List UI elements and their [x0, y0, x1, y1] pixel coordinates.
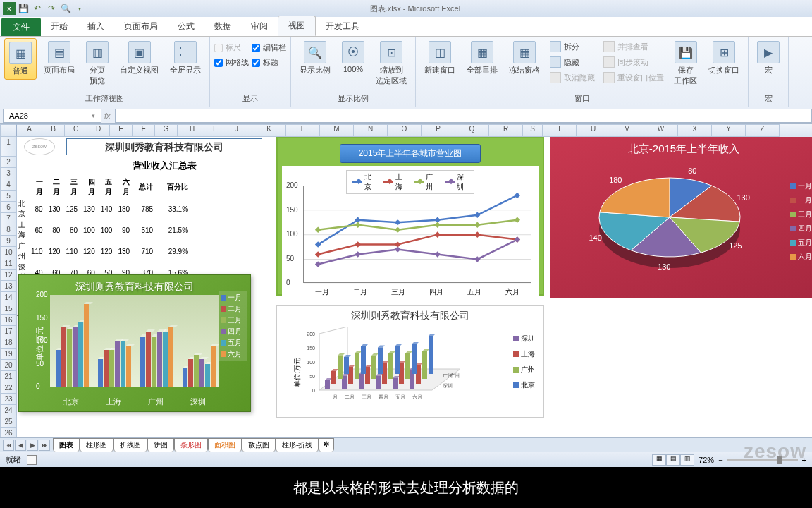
sheet-nav-first[interactable]: ⏮	[3, 440, 14, 451]
normal-view-button[interactable]: ▦普通	[4, 38, 37, 80]
sheet-tab[interactable]: 图表	[53, 438, 80, 452]
col-header[interactable]: N	[354, 124, 388, 137]
row-header[interactable]: 3	[0, 168, 17, 179]
name-box[interactable]: AA28▾	[3, 109, 102, 123]
new-window-button[interactable]: ◫新建窗口	[420, 38, 460, 78]
tab-view[interactable]: 视图	[278, 16, 316, 36]
col-header[interactable]: T	[543, 124, 577, 137]
switch-windows-button[interactable]: ⊞切换窗口	[704, 38, 744, 78]
col-header[interactable]: S	[523, 124, 543, 137]
custom-views-button[interactable]: ▣自定义视图	[116, 38, 163, 78]
col-header[interactable]: W	[644, 124, 678, 137]
printpreview-icon[interactable]: 🔍	[59, 2, 72, 15]
tab-file[interactable]: 文件	[1, 18, 41, 36]
zoom-selection-button[interactable]: ⊡缩放到 选定区域	[371, 38, 411, 89]
gridlines-checkbox[interactable]: 网格线	[214, 57, 249, 68]
row-header[interactable]: 22	[0, 382, 17, 394]
col-header[interactable]: V	[610, 124, 644, 137]
row-header[interactable]: 17	[0, 326, 17, 337]
tab-home[interactable]: 开始	[41, 17, 78, 36]
tab-developer[interactable]: 开发工具	[316, 17, 369, 36]
row-header[interactable]: 20	[0, 360, 17, 371]
save-icon[interactable]: 💾	[17, 2, 30, 15]
chart-pie3d-beijing[interactable]: 北京-2015年上半年收入 一月二月三月四月五月六月 8013012513014…	[550, 137, 812, 298]
col-header[interactable]: B	[42, 124, 65, 137]
chart-line-cities[interactable]: 2015年上半年各城市营业图 北京上海广州深圳 一月二月三月四月五月六月 050…	[276, 137, 544, 296]
row-header[interactable]: 10	[0, 247, 17, 258]
row-header[interactable]: 15	[0, 303, 17, 315]
row-header[interactable]: 26	[0, 428, 17, 437]
sheet-nav-last[interactable]: ⏭	[39, 440, 50, 451]
tab-formulas[interactable]: 公式	[168, 17, 204, 36]
insert-sheet-button[interactable]: ✻	[319, 438, 334, 452]
row-header[interactable]: 21	[0, 371, 17, 382]
col-header[interactable]: U	[577, 124, 610, 137]
page-layout-button[interactable]: ▤页面布局	[39, 38, 79, 78]
col-header[interactable]: A	[17, 124, 42, 137]
row-header[interactable]: 7	[0, 213, 17, 224]
view-normal-icon[interactable]: ▦	[652, 454, 666, 466]
row-header[interactable]: 25	[0, 416, 17, 428]
col-header[interactable]: D	[87, 124, 110, 137]
fx-icon[interactable]: fx	[104, 111, 111, 120]
col-header[interactable]: Q	[455, 124, 489, 137]
arrange-all-button[interactable]: ▦全部重排	[462, 38, 502, 78]
row-header[interactable]: 8	[0, 224, 17, 236]
freeze-panes-button[interactable]: ▦冻结窗格	[505, 38, 544, 78]
col-header[interactable]: O	[388, 124, 422, 137]
zoom-button[interactable]: 🔍显示比例	[295, 38, 335, 78]
col-header[interactable]: I	[207, 124, 221, 137]
sheet-nav-next[interactable]: ▶	[27, 440, 38, 451]
row-header[interactable]: 5	[0, 190, 17, 202]
row-header[interactable]: 24	[0, 405, 17, 416]
col-header[interactable]: M	[320, 124, 354, 137]
row-header[interactable]: 2	[0, 157, 17, 168]
col-header[interactable]: H	[178, 124, 207, 137]
row-header[interactable]: 13	[0, 281, 17, 292]
sheet-tab[interactable]: 折线图	[113, 438, 147, 452]
row-header[interactable]: 23	[0, 394, 17, 405]
row-header[interactable]: 12	[0, 270, 17, 281]
macros-button[interactable]: ▶宏	[753, 38, 784, 78]
sheet-tab[interactable]: 面积图	[208, 438, 242, 452]
sheet-tab[interactable]: 饼图	[147, 438, 174, 452]
row-header[interactable]: 11	[0, 258, 17, 270]
tab-data[interactable]: 数据	[204, 17, 241, 36]
sheet-tab[interactable]: 散点图	[242, 438, 276, 452]
save-workspace-button[interactable]: 💾保存 工作区	[670, 38, 701, 89]
undo-icon[interactable]: ↶	[31, 2, 44, 15]
formula-input[interactable]	[115, 109, 812, 123]
sheet-tab[interactable]: 条形图	[174, 438, 208, 452]
tab-review[interactable]: 审阅	[241, 17, 278, 36]
formula-bar-checkbox[interactable]: 编辑栏	[252, 42, 286, 53]
tab-insert[interactable]: 插入	[78, 17, 114, 36]
hide-button[interactable]: 隐藏	[547, 55, 598, 69]
zoom-100-button[interactable]: ⦿100%	[338, 38, 369, 76]
redo-icon[interactable]: ↷	[45, 2, 58, 15]
row-header[interactable]: 9	[0, 236, 17, 247]
macro-record-icon[interactable]	[27, 455, 37, 465]
col-header[interactable]: G	[155, 124, 178, 137]
col-header[interactable]: C	[65, 124, 87, 137]
col-header[interactable]: P	[422, 124, 455, 137]
row-header[interactable]: 19	[0, 349, 17, 360]
view-layout-icon[interactable]: ▤	[666, 454, 680, 466]
zoom-percent[interactable]: 72%	[699, 456, 714, 464]
row-header[interactable]: 6	[0, 202, 17, 213]
view-break-icon[interactable]: ▥	[680, 454, 694, 466]
qat-dropdown-icon[interactable]: ▾	[73, 2, 86, 15]
row-header[interactable]: 16	[0, 315, 17, 326]
col-header[interactable]: F	[133, 124, 155, 137]
zoom-out-button[interactable]: −	[718, 456, 722, 464]
page-break-button[interactable]: ▥分页 预览	[82, 38, 113, 89]
select-all-corner[interactable]	[0, 124, 17, 137]
col-header[interactable]: Y	[712, 124, 746, 137]
sheet-tab[interactable]: 柱形-折线	[276, 438, 319, 452]
row-header[interactable]: 14	[0, 292, 17, 303]
sheet-tab[interactable]: 柱形图	[80, 438, 113, 452]
col-header[interactable]: J	[221, 124, 252, 137]
col-header[interactable]: X	[678, 124, 712, 137]
headings-checkbox[interactable]: 标题	[252, 57, 286, 68]
row-header[interactable]: 18	[0, 337, 17, 349]
worksheet-grid[interactable]: ABCDEFGHIJKLMNOPQRSTUVWXYZ 1234567891011…	[0, 124, 812, 437]
